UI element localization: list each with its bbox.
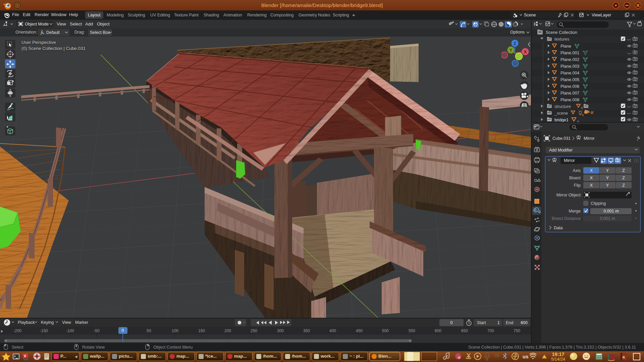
svg-text:250: 250	[251, 328, 257, 333]
svg-text:1: 1	[497, 320, 500, 325]
svg-text:structure: structure	[554, 104, 571, 109]
svg-text:textures: textures	[554, 37, 569, 42]
svg-text:End: End	[506, 320, 513, 325]
svg-text:100: 100	[172, 328, 178, 333]
svg-text:Z: Z	[622, 183, 625, 188]
svg-text:Bisect Distance: Bisect Distance	[552, 216, 581, 221]
svg-text:Plane.001: Plane.001	[560, 51, 579, 55]
svg-text:400: 400	[329, 328, 336, 333]
svg-text:Mirror: Mirror	[564, 158, 575, 163]
svg-text:X: X	[590, 168, 593, 173]
svg-text:-50: -50	[94, 328, 100, 333]
svg-text:600: 600	[521, 320, 528, 325]
svg-text:Rotate View: Rotate View	[82, 345, 105, 350]
svg-text:19:17: 19:17	[552, 352, 564, 357]
svg-text:-200: -200	[13, 328, 21, 333]
svg-text:X: X	[590, 176, 593, 180]
svg-text:Scene Collection: Scene Collection	[546, 30, 577, 35]
svg-text:0: 0	[450, 320, 453, 325]
svg-text:150: 150	[198, 328, 205, 333]
svg-text:200: 200	[224, 328, 231, 333]
svg-text:750: 750	[514, 328, 520, 333]
svg-text:V: V	[24, 354, 26, 358]
svg-text:Data: Data	[554, 226, 562, 230]
svg-text:Flip: Flip	[574, 183, 581, 188]
svg-text:Y: Y	[509, 48, 512, 53]
svg-text:Plane.008: Plane.008	[560, 98, 579, 102]
svg-text:Plane.007: Plane.007	[560, 91, 579, 96]
svg-text:X: X	[524, 50, 527, 54]
svg-text:Add Modifier: Add Modifier	[549, 148, 573, 153]
svg-text:3: 3	[581, 106, 583, 110]
svg-text:-100: -100	[66, 328, 74, 333]
svg-text:-150: -150	[40, 328, 48, 333]
svg-text:0.001 m: 0.001 m	[600, 216, 615, 221]
svg-text:Playback: Playback	[18, 320, 35, 325]
svg-text:300: 300	[277, 328, 284, 333]
svg-text:Keying: Keying	[41, 320, 54, 325]
svg-text:bridge1: bridge1	[554, 118, 569, 122]
svg-text:600: 600	[435, 328, 441, 333]
svg-text:Axis: Axis	[573, 168, 581, 173]
svg-text:700: 700	[487, 328, 494, 333]
svg-text:50: 50	[147, 328, 151, 333]
svg-text:Plane.004: Plane.004	[560, 71, 579, 75]
svg-text:us: us	[523, 354, 529, 359]
svg-text:Start: Start	[477, 320, 486, 325]
svg-text:Scene Collection | Cube.031 |: Scene Collection | Cube.031 | Verts:1,99…	[468, 345, 636, 350]
svg-text:650: 650	[461, 328, 468, 333]
svg-text:Y: Y	[606, 183, 609, 188]
svg-text:350: 350	[303, 328, 310, 333]
svg-text:Plane: Plane	[560, 44, 571, 49]
svg-text:4: 4	[582, 113, 584, 117]
svg-text:Y: Y	[606, 168, 609, 173]
svg-text:Z: Z	[514, 41, 516, 46]
svg-text:5/14/24: 5/14/24	[551, 357, 565, 362]
svg-text:Plane.006: Plane.006	[560, 84, 579, 89]
svg-text:a: a	[622, 354, 625, 359]
svg-text:Clipping: Clipping	[591, 201, 606, 206]
svg-text:Plane.002: Plane.002	[560, 57, 579, 62]
svg-text:Marker: Marker	[75, 320, 88, 325]
svg-text:0.001 m: 0.001 m	[603, 209, 619, 214]
svg-text:0: 0	[122, 328, 124, 333]
svg-text:Mirror: Mirror	[584, 136, 595, 141]
svg-text:Select: Select	[12, 345, 23, 350]
svg-text:500: 500	[382, 328, 389, 333]
svg-text:Cube.031: Cube.031	[552, 136, 571, 141]
svg-text:Y: Y	[606, 176, 609, 180]
svg-text:Plane.005: Plane.005	[560, 77, 579, 82]
svg-text:450: 450	[356, 328, 363, 333]
svg-text:Object Context Menu: Object Context Menu	[153, 345, 193, 350]
svg-text:9: 9	[577, 120, 579, 122]
svg-text:Plane.003: Plane.003	[560, 64, 579, 69]
svg-text:550: 550	[409, 328, 415, 333]
svg-text:View: View	[62, 320, 71, 325]
svg-text:Z: Z	[622, 168, 625, 173]
svg-text:Merge: Merge	[569, 209, 581, 214]
svg-text:Z: Z	[622, 176, 625, 180]
svg-text:Mirror Object: Mirror Object	[556, 193, 581, 197]
svg-text:_scene: _scene	[554, 111, 568, 116]
svg-text:Bisect: Bisect	[569, 176, 581, 180]
svg-text:X: X	[590, 183, 593, 188]
